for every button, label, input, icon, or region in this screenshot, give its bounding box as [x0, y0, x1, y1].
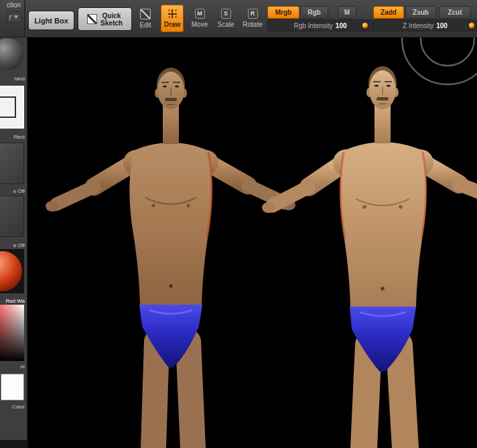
alpha-thumbnail[interactable]	[0, 143, 24, 184]
stroke-label: Rect	[14, 134, 25, 140]
rotate-button[interactable]: R Rotate	[240, 5, 265, 32]
edit-button[interactable]: Edit	[134, 5, 157, 32]
zcut-button[interactable]: Zcut	[439, 6, 471, 19]
mrgb-label: Mrgb	[275, 9, 291, 16]
canvas-render	[27, 37, 477, 448]
zbrush-app: { "toolbar": { "partial_top": "ction", "…	[0, 0, 477, 448]
drag-rect-icon	[0, 96, 16, 118]
z-intensity-value: 100	[436, 22, 448, 29]
draw-button[interactable]: Draw	[161, 5, 184, 32]
m-label: M	[344, 9, 350, 16]
material-thumbnail[interactable]	[0, 249, 24, 293]
rgb-intensity-slider[interactable]: Rgb Intensity 100	[267, 19, 373, 31]
m-button[interactable]: M	[338, 6, 356, 19]
document-canvas[interactable]	[27, 37, 477, 448]
brush-thumbnail[interactable]	[0, 38, 23, 70]
rotate-label: Rotate	[243, 21, 262, 28]
rgb-button[interactable]: Rgb	[300, 6, 328, 19]
toolbar-separator	[24, 0, 25, 37]
zsub-button[interactable]: Zsub	[405, 6, 436, 19]
scale-label: Scale	[217, 21, 234, 28]
zsub-label: Zsub	[413, 9, 429, 16]
partial-left-menu[interactable]: ction r	[0, 0, 23, 37]
edit-pencil-icon	[140, 9, 151, 19]
scale-button[interactable]: S Scale	[214, 5, 237, 32]
draw-label: Draw	[164, 21, 180, 28]
zadd-button[interactable]: Zadd	[373, 6, 404, 19]
move-button[interactable]: M Move	[188, 5, 211, 32]
material-label: Red Wa	[5, 298, 25, 304]
zadd-label: Zadd	[381, 9, 397, 16]
rgb-intensity-value: 100	[336, 22, 347, 29]
partial-dropdown-label: r	[9, 13, 11, 21]
light-box-button[interactable]: Light Box	[28, 11, 74, 30]
quick-sketch-label: Quick Sketch	[100, 12, 123, 27]
light-box-label: Light Box	[34, 17, 68, 25]
top-toolbar: ction r Light Box Quick Sketch Edit Draw…	[0, 0, 477, 38]
color-label: Color	[12, 404, 25, 410]
move-label: Move	[192, 21, 208, 28]
stroke-thumbnail[interactable]	[0, 86, 24, 129]
current-color-swatch[interactable]	[1, 374, 24, 400]
red-wax-sphere-icon	[0, 251, 22, 291]
rotate-gyro-icon: R	[248, 9, 258, 19]
model-figure-right[interactable]	[262, 66, 477, 448]
rgb-intensity-knob[interactable]	[362, 23, 368, 28]
model-figure-left[interactable]	[46, 68, 295, 448]
color-picker-thumbnail[interactable]	[0, 305, 24, 361]
chevron-down-icon	[13, 15, 19, 19]
sketch-pencil-icon	[87, 14, 97, 24]
rgb-label: Rgb	[308, 9, 320, 16]
z-intensity-knob[interactable]	[469, 23, 474, 28]
z-intensity-slider[interactable]: Z Intensity 100	[373, 19, 477, 31]
partial-dropdown[interactable]: r	[7, 11, 21, 23]
picker-label: nt	[20, 364, 25, 370]
texture-label: e Off	[13, 242, 25, 248]
brush-label: tand	[14, 76, 25, 82]
nav-rings	[402, 37, 477, 84]
sidebar-bottom-strip	[0, 440, 27, 448]
alpha-label: e Off	[13, 188, 25, 194]
edit-label: Edit	[139, 21, 151, 29]
mrgb-button[interactable]: Mrgb	[267, 6, 299, 19]
quick-sketch-button[interactable]: Quick Sketch	[78, 7, 132, 31]
zcut-label: Zcut	[448, 9, 462, 16]
rgb-intensity-label: Rgb Intensity	[293, 22, 332, 29]
z-intensity-label: Z Intensity	[403, 22, 433, 29]
left-tool-sidebar: tand Rect e Off e Off Red Wa nt Color	[0, 37, 27, 448]
partial-menu-label: ction	[7, 1, 21, 9]
texture-thumbnail[interactable]	[0, 196, 24, 237]
scale-gyro-icon: S	[221, 9, 231, 19]
draw-crosshair-icon	[167, 9, 178, 19]
move-gyro-icon: M	[195, 9, 205, 19]
